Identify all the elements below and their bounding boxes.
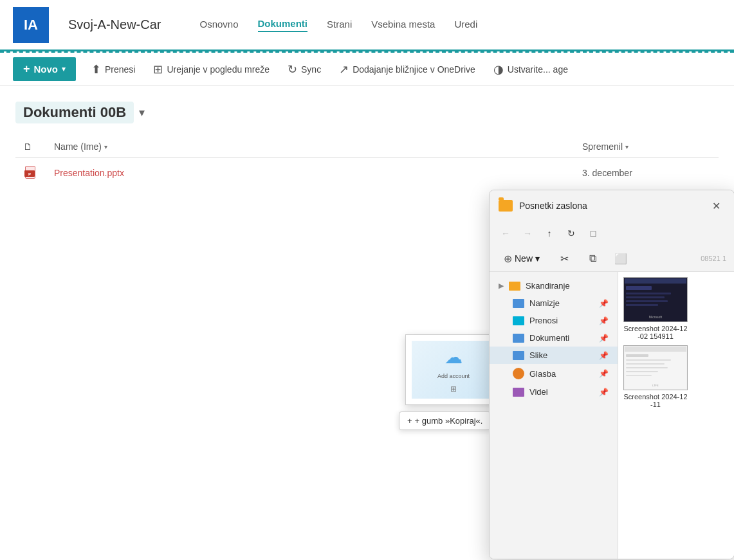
sidebar-item-prenosi[interactable]: Prenosi 📌 xyxy=(490,312,618,329)
file-explorer-toolbar: ⊕ New ▾ ✂ ⧉ ⬜ 08521 1 xyxy=(490,246,734,272)
svg-rect-17 xyxy=(626,367,668,368)
onedrive-icon: ↗ xyxy=(339,62,349,77)
doc-list-header: 🗋 Name (Ime) ▾ Spremenil ▾ xyxy=(15,136,719,158)
fe-plus-icon: ⊕ xyxy=(504,253,512,265)
sidebar-item-slike[interactable]: Slike 📌 xyxy=(490,347,618,364)
folder-icon-namizje xyxy=(513,299,524,308)
toolbar-create[interactable]: ◑ Ustvarite... age xyxy=(491,60,571,79)
pin-icon: 📌 xyxy=(599,351,609,360)
sync-label: Sync xyxy=(301,64,321,75)
file-explorer-title: Posnetki zaslona xyxy=(519,201,701,211)
tooltip-popup: + + gumb »Kopiraj«. xyxy=(399,411,491,430)
svg-rect-6 xyxy=(626,286,652,290)
toolbar-prenesi[interactable]: ⬆ Prenesi xyxy=(89,60,138,79)
sidebar-item-label: Videi xyxy=(529,387,548,397)
table-row[interactable]: P Presentation.pptx 3. december xyxy=(15,158,719,188)
nav-strani[interactable]: Strani xyxy=(327,19,352,32)
sidebar-item-glasba[interactable]: Glasba 📌 xyxy=(490,364,618,383)
file-explorer-sidebar: ▶ Skandiranje Namizje 📌 Prenosi 📌 Dokume… xyxy=(490,272,618,559)
file-explorer-window: Posnetki zaslona ✕ ← → ↑ ↻ □ ⊕ New ▾ ✂ ⧉… xyxy=(489,190,734,559)
plus-icon-small: + xyxy=(407,416,412,426)
new-button[interactable]: + Novo ▾ xyxy=(13,57,76,81)
date-col-label: Spremenil xyxy=(582,141,623,152)
svg-rect-8 xyxy=(626,296,665,298)
upload-icon: ⬆ xyxy=(91,62,101,77)
svg-rect-15 xyxy=(626,359,671,361)
nav-forward-button[interactable]: → xyxy=(518,224,537,243)
date-sort-icon: ▾ xyxy=(625,143,628,150)
fe-new-chevron: ▾ xyxy=(535,253,540,264)
thumbnail-image-2: LTFE xyxy=(623,345,688,390)
nav-uredi[interactable]: Uredi xyxy=(454,19,477,32)
preview-content: ☁ Add account ⊞ xyxy=(412,341,495,399)
folder-icon-prenosi xyxy=(513,316,524,325)
screenshot-thumbnail-1[interactable]: Microsoft Screenshot 2024-12-02 154911 xyxy=(623,277,688,340)
name-column-header[interactable]: Name (Ime) ▾ xyxy=(54,141,572,152)
top-navigation: IA Svoj-A-New-Car Osnovno Dokumenti Stra… xyxy=(0,0,734,51)
nav-back-button[interactable]: ← xyxy=(496,224,515,243)
svg-rect-16 xyxy=(626,363,665,365)
sidebar-item-label: Namizje xyxy=(529,298,560,308)
nav-refresh-button[interactable]: ↻ xyxy=(562,224,581,243)
nav-dokumenti[interactable]: Dokumenti xyxy=(258,18,308,32)
create-label: Ustvarite... age xyxy=(508,64,568,75)
svg-text:LTFE: LTFE xyxy=(652,384,659,387)
fe-copy-button[interactable]: ⧉ xyxy=(582,248,603,269)
sync-icon: ↻ xyxy=(288,62,297,77)
toolbar-sync[interactable]: ↻ Sync xyxy=(285,60,324,79)
svg-rect-13 xyxy=(625,347,686,352)
prenesi-label: Prenesi xyxy=(105,64,135,75)
file-type-icon-col: P xyxy=(23,164,44,182)
folder-icon-videi xyxy=(513,388,524,397)
svg-rect-5 xyxy=(625,278,686,284)
folder-icon-slike xyxy=(513,351,524,360)
pptx-icon: P xyxy=(23,164,41,182)
grid-view-label: Urejanje v pogledu mreže xyxy=(167,64,270,75)
file-name[interactable]: Presentation.pptx xyxy=(54,168,124,178)
sidebar-item-videi[interactable]: Videi 📌 xyxy=(490,383,618,401)
breadcrumb-chevron-icon[interactable]: ▾ xyxy=(139,105,145,120)
fe-new-button[interactable]: ⊕ New ▾ xyxy=(497,249,546,268)
file-explorer-titlebar: Posnetki zaslona ✕ xyxy=(490,190,734,221)
nav-osnovno[interactable]: Osnovno xyxy=(199,19,238,32)
pin-icon: 📌 xyxy=(599,316,609,325)
sidebar-item-skandiranje[interactable]: ▶ Skandiranje xyxy=(490,277,618,294)
nav-up-button[interactable]: ↑ xyxy=(540,224,559,243)
toolbar-onedrive[interactable]: ↗ Dodajanje bližnjice v OneDrive xyxy=(336,60,478,79)
folder-icon-dokumenti xyxy=(513,334,524,343)
file-date: 3. december xyxy=(582,168,632,178)
add-account-text: Add account xyxy=(437,373,470,379)
date-column-header[interactable]: Spremenil ▾ xyxy=(582,141,711,152)
partial-number: 08521 1 xyxy=(701,255,726,262)
name-sort-icon: ▾ xyxy=(104,143,107,150)
thumbnail-image-1: Microsoft xyxy=(623,277,688,322)
sidebar-item-label: Slike xyxy=(529,350,547,360)
fe-paste-button[interactable]: ⬜ xyxy=(610,248,631,269)
screenshot-thumbnail-2[interactable]: LTFE Screenshot 2024-12-11 xyxy=(623,345,688,408)
create-icon: ◑ xyxy=(493,62,504,77)
svg-rect-19 xyxy=(626,375,652,376)
svg-rect-18 xyxy=(626,371,658,372)
file-explorer-body: ▶ Skandiranje Namizje 📌 Prenosi 📌 Dokume… xyxy=(490,272,734,559)
svg-text:Microsoft: Microsoft xyxy=(649,315,663,319)
file-explorer-nav: ← → ↑ ↻ □ xyxy=(490,221,734,246)
sidebar-item-label: Dokumenti xyxy=(529,333,569,343)
pin-icon: 📌 xyxy=(599,388,609,397)
fe-cut-button[interactable]: ✂ xyxy=(554,248,574,269)
nav-display-button[interactable]: □ xyxy=(583,224,603,243)
folder-icon-skandiranje xyxy=(509,282,520,291)
close-button[interactable]: ✕ xyxy=(707,197,725,215)
screenshot-preview-popup: ☁ Add account ⊞ xyxy=(405,334,502,405)
sidebar-item-label: Prenosi xyxy=(529,316,558,325)
file-name-col: Presentation.pptx xyxy=(54,168,572,178)
file-header-icon: 🗋 xyxy=(23,141,32,152)
document-toolbar: + Novo ▾ ⬆ Prenesi ⊞ Urejanje v pogledu … xyxy=(0,53,734,86)
sidebar-item-namizje[interactable]: Namizje 📌 xyxy=(490,294,618,312)
sidebar-item-dokumenti[interactable]: Dokumenti 📌 xyxy=(490,329,618,347)
site-title: Svoj-A-New-Car xyxy=(68,17,161,32)
pin-icon: 📌 xyxy=(599,369,609,378)
nav-vsebina-mesta[interactable]: Vsebina mesta xyxy=(371,19,435,32)
cloud-icon: ☁ xyxy=(445,347,463,368)
toolbar-grid-view[interactable]: ⊞ Urejanje v pogledu mreže xyxy=(151,60,272,79)
file-explorer-content: Microsoft Screenshot 2024-12-02 154911 xyxy=(618,272,734,559)
